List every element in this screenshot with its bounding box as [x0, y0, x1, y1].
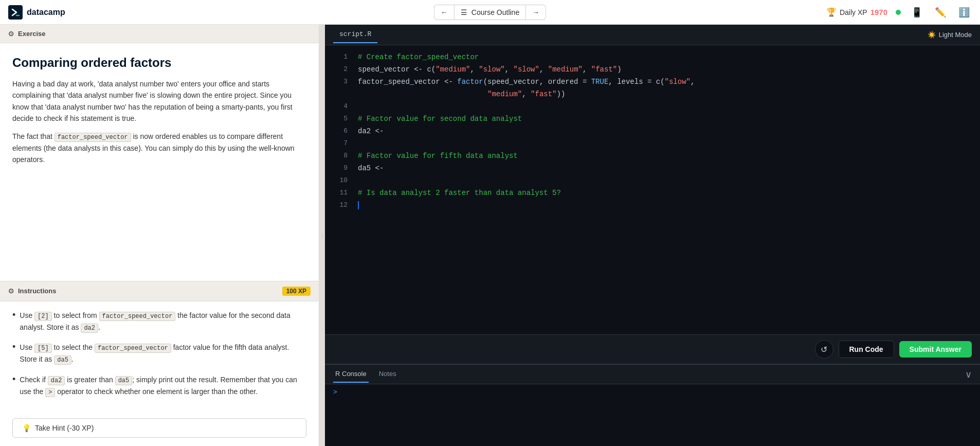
right-panel: script.R ☀️ Light Mode 1 # Create factor…	[325, 25, 980, 446]
code-line: 6 da2 <-	[325, 126, 980, 138]
console-prompt: >	[333, 388, 337, 396]
list-item: • Check if da2 is greater than da5; simp…	[12, 374, 306, 398]
exercise-header: ⊙ Exercise	[0, 25, 319, 43]
next-button[interactable]: →	[526, 5, 546, 20]
reset-icon: ↺	[821, 345, 827, 354]
collapse-icon: ∨	[965, 369, 972, 380]
code-line: "medium", "fast"))	[325, 88, 980, 101]
light-mode-label: Light Mode	[939, 31, 972, 39]
left-panel: ⊙ Exercise Comparing ordered factors Hav…	[0, 25, 319, 446]
code-line: 3 factor_speed_vector <- factor(speed_ve…	[325, 76, 980, 88]
exercise-desc1: Having a bad day at work, 'data analyst …	[12, 78, 306, 166]
inst3-code3: >	[45, 388, 55, 397]
submit-answer-button[interactable]: Submit Answer	[899, 341, 972, 358]
run-code-label: Run Code	[849, 345, 883, 353]
menu-icon: ☰	[461, 8, 467, 16]
bullet-1: •	[12, 310, 15, 321]
code-line: 5 # Factor value for second data analyst	[325, 113, 980, 126]
sun-icon: ☀️	[928, 31, 936, 39]
reset-button[interactable]: ↺	[815, 340, 833, 359]
inst1-code2: factor_speed_vector	[99, 312, 176, 321]
code-line: 11 # Is data analyst 2 faster than data …	[325, 187, 980, 200]
desc2-before: The fact that	[12, 132, 55, 140]
light-mode-button[interactable]: ☀️ Light Mode	[928, 31, 972, 39]
inst3-code2: da5	[115, 376, 133, 385]
edit-icon-button[interactable]: ✏️	[933, 5, 948, 20]
code-line: 9 da5 <-	[325, 163, 980, 175]
instructions-header: ⊙ Instructions 100 XP	[0, 281, 319, 301]
inst2-code1: [5]	[34, 344, 52, 353]
hint-button[interactable]: 💡 Take Hint (-30 XP)	[12, 418, 306, 438]
main-layout: ⊙ Exercise Comparing ordered factors Hav…	[0, 25, 980, 446]
console-tabs: R Console Notes ∨	[325, 365, 980, 384]
trophy-icon: 🏆	[826, 7, 837, 17]
hint-label: Take Hint (-30 XP)	[35, 424, 94, 432]
code-line: 7	[325, 138, 980, 150]
exercise-icon: ⊙	[8, 30, 14, 38]
code-line: 10	[325, 175, 980, 187]
list-item: • Use [2] to select from factor_speed_ve…	[12, 310, 306, 333]
instructions-icon: ⊙	[8, 287, 14, 295]
inst1-code1: [2]	[34, 312, 52, 321]
inst1-code3: da2	[81, 324, 98, 333]
datacamp-logo-icon	[8, 5, 23, 20]
code-line: 12	[325, 200, 980, 212]
desc2-code: factor_speed_vector	[55, 133, 131, 142]
submit-label: Submit Answer	[910, 345, 961, 353]
inst2-code2: factor_speed_vector	[95, 344, 171, 353]
mobile-icon-button[interactable]: 📱	[909, 5, 924, 20]
code-line: 2 speed_vector <- c("medium", "slow", "s…	[325, 64, 980, 76]
list-item: • Use [5] to select the factor_speed_vec…	[12, 342, 306, 365]
course-outline-button[interactable]: ☰ Course Outline	[454, 5, 526, 20]
nav-center: ← ☰ Course Outline →	[434, 5, 546, 20]
inst3-code1: da2	[48, 376, 65, 385]
exercise-label: Exercise	[18, 30, 46, 38]
nav-right: 🏆 Daily XP 1970 📱 ✏️ ℹ️	[826, 5, 972, 20]
bullet-2: •	[12, 342, 15, 353]
resize-dots: ⋮	[320, 233, 324, 238]
xp-badge: 100 XP	[282, 287, 311, 296]
tab-r-console[interactable]: R Console	[333, 366, 369, 383]
exercise-title: Comparing ordered factors	[12, 56, 306, 70]
editor-topbar: script.R ☀️ Light Mode	[325, 25, 980, 45]
collapse-console-button[interactable]: ∨	[965, 369, 972, 380]
run-code-button[interactable]: Run Code	[839, 341, 894, 358]
hint-icon: 💡	[22, 424, 31, 432]
daily-xp: 🏆 Daily XP 1970	[826, 7, 887, 17]
logo-text: datacamp	[27, 8, 65, 17]
code-editor[interactable]: 1 # Create factor_speed_vector 2 speed_v…	[325, 45, 980, 334]
logo: datacamp	[8, 5, 65, 20]
resize-handle[interactable]: ⋮	[319, 25, 325, 446]
code-line: 1 # Create factor_speed_vector	[325, 51, 980, 64]
console-panel: R Console Notes ∨ >	[325, 364, 980, 446]
instructions-label: Instructions	[18, 287, 56, 295]
console-body: >	[325, 384, 980, 446]
top-nav: datacamp ← ☰ Course Outline → 🏆 Daily XP…	[0, 0, 980, 25]
info-icon-button[interactable]: ℹ️	[956, 5, 972, 20]
inst2-code3: da5	[54, 355, 71, 365]
code-line: 8 # Factor value for fifth data analyst	[325, 150, 980, 163]
bullet-3: •	[12, 374, 15, 385]
file-tab[interactable]: script.R	[333, 26, 377, 43]
tab-notes[interactable]: Notes	[377, 366, 398, 383]
left-content: Comparing ordered factors Having a bad d…	[0, 43, 319, 281]
course-outline-label: Course Outline	[471, 8, 519, 16]
instructions-list: • Use [2] to select from factor_speed_ve…	[0, 301, 319, 414]
xp-count: 1970	[870, 8, 887, 16]
daily-xp-label: Daily XP	[840, 8, 867, 16]
code-line: 4	[325, 101, 980, 113]
prev-button[interactable]: ←	[434, 5, 454, 20]
console-tab-group: R Console Notes	[333, 366, 398, 383]
editor-actions: ↺ Run Code Submit Answer	[325, 334, 980, 364]
streak-dot	[896, 10, 901, 15]
